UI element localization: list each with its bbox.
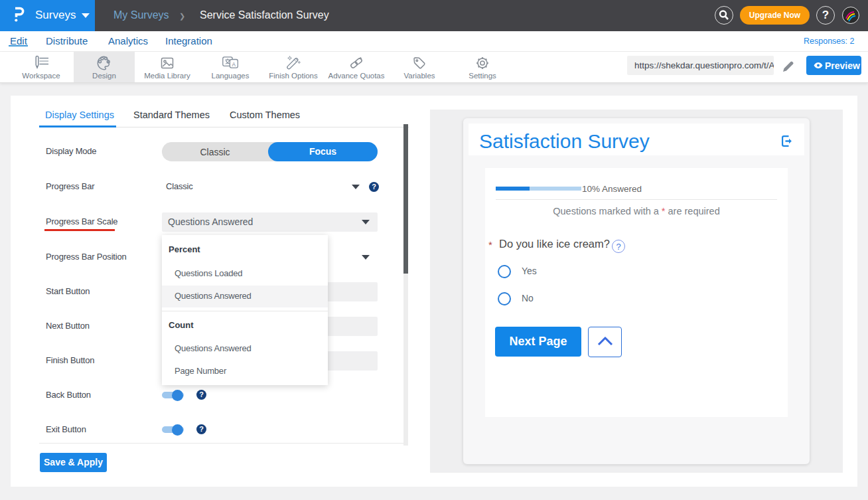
svg-text:A: A [232, 62, 236, 68]
